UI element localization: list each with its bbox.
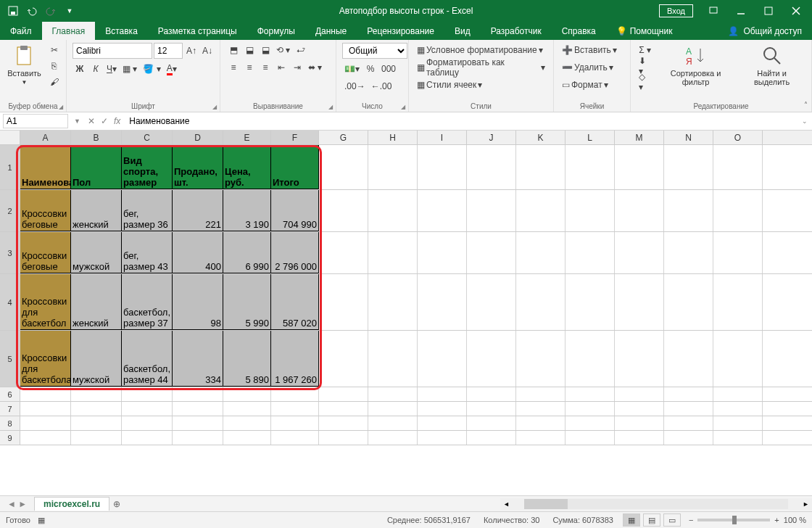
autosum-icon[interactable]: Σ ▾	[637, 43, 653, 57]
cell[interactable]	[566, 331, 615, 387]
cell[interactable]	[368, 431, 418, 445]
fill-icon[interactable]: ⬇ ▾	[637, 59, 653, 73]
cell[interactable]: 6 990	[223, 232, 271, 273]
cell[interactable]	[467, 431, 516, 445]
cell[interactable]	[664, 145, 713, 189]
cell[interactable]: Наименование	[20, 145, 71, 189]
cell[interactable]	[368, 232, 418, 273]
cell[interactable]: 587 020	[271, 274, 319, 330]
fill-color-icon[interactable]: 🪣 ▾	[141, 62, 162, 76]
cell[interactable]	[713, 232, 763, 273]
cell[interactable]	[615, 232, 664, 273]
zoom-slider[interactable]	[697, 519, 770, 521]
cell[interactable]	[368, 387, 418, 401]
zoom-in-icon[interactable]: +	[774, 516, 779, 524]
decrease-decimal-icon[interactable]: ←.00	[369, 79, 394, 94]
cell[interactable]	[516, 232, 566, 273]
cell[interactable]	[615, 416, 664, 430]
cell[interactable]: Пол	[71, 145, 122, 189]
cell[interactable]: Кроссовки для баскетбола	[20, 331, 71, 387]
cell[interactable]: 221	[173, 190, 223, 231]
cell[interactable]	[368, 416, 418, 430]
cell[interactable]	[615, 274, 664, 330]
cell[interactable]	[516, 274, 566, 330]
decrease-indent-icon[interactable]: ⇤	[274, 60, 289, 75]
cell[interactable]	[122, 431, 173, 445]
cell[interactable]: 1 967 260	[271, 331, 319, 387]
align-center-icon[interactable]: ≡	[242, 60, 257, 75]
merge-icon[interactable]: ⬌ ▾	[306, 60, 324, 75]
cell[interactable]	[223, 431, 271, 445]
cell[interactable]	[418, 232, 467, 273]
cell[interactable]	[713, 274, 763, 330]
cell[interactable]	[71, 431, 122, 445]
cell[interactable]	[418, 387, 467, 401]
select-all-corner[interactable]	[0, 131, 20, 144]
italic-button[interactable]: К	[88, 62, 103, 76]
cell[interactable]	[664, 190, 713, 231]
page-layout-view-icon[interactable]: ▤	[643, 513, 660, 527]
login-button[interactable]: Вход	[659, 4, 693, 17]
cell[interactable]: мужской	[71, 331, 122, 387]
cell[interactable]: бег, размер 36	[122, 190, 173, 231]
column-header[interactable]: G	[319, 131, 368, 144]
column-header[interactable]: H	[368, 131, 418, 144]
formula-input[interactable]: Наименование	[125, 116, 798, 126]
cell[interactable]	[418, 431, 467, 445]
cell[interactable]	[418, 274, 467, 330]
share-button[interactable]: 👤Общий доступ	[718, 22, 812, 40]
dialog-launcher-icon[interactable]: ◢	[328, 104, 333, 110]
cell[interactable]: баскетбол, размер 37	[122, 274, 173, 330]
number-format-select[interactable]: Общий	[342, 43, 407, 59]
cell[interactable]	[664, 416, 713, 430]
cell[interactable]	[664, 232, 713, 273]
cell[interactable]	[615, 331, 664, 387]
row-header[interactable]: 6	[0, 387, 20, 401]
cell[interactable]	[20, 387, 71, 401]
cell[interactable]	[368, 190, 418, 231]
cell[interactable]	[713, 190, 763, 231]
column-header[interactable]: K	[516, 131, 566, 144]
dialog-launcher-icon[interactable]: ◢	[212, 104, 217, 110]
bold-button[interactable]: Ж	[72, 62, 87, 76]
cell[interactable]: 5 990	[223, 274, 271, 330]
tab-formulas[interactable]: Формулы	[247, 22, 305, 40]
column-header[interactable]: A	[20, 131, 71, 144]
cell[interactable]	[566, 145, 615, 189]
cell[interactable]	[271, 387, 319, 401]
align-left-icon[interactable]: ≡	[226, 60, 241, 75]
cell[interactable]: Кроссовки беговые	[20, 190, 71, 231]
cell[interactable]	[467, 145, 516, 189]
cell[interactable]	[615, 431, 664, 445]
row-header[interactable]: 5	[0, 331, 20, 387]
row-header[interactable]: 8	[0, 416, 20, 430]
dialog-launcher-icon[interactable]: ◢	[401, 104, 405, 110]
cell[interactable]	[615, 145, 664, 189]
tab-help[interactable]: Справка	[552, 22, 606, 40]
cell[interactable]	[271, 431, 319, 445]
cell[interactable]	[467, 232, 516, 273]
cell[interactable]	[566, 431, 615, 445]
row-header[interactable]: 9	[0, 431, 20, 445]
column-header[interactable]: C	[122, 131, 173, 144]
cell[interactable]	[319, 402, 368, 416]
cell[interactable]	[319, 274, 368, 330]
cell[interactable]	[467, 331, 516, 387]
cell[interactable]	[319, 416, 368, 430]
tab-developer[interactable]: Разработчик	[481, 22, 552, 40]
cell[interactable]	[418, 145, 467, 189]
cell[interactable]	[566, 387, 615, 401]
macro-record-icon[interactable]: ▦	[38, 516, 45, 525]
cell[interactable]	[566, 416, 615, 430]
increase-decimal-icon[interactable]: .00→	[342, 79, 368, 94]
cell[interactable]: 704 990	[271, 190, 319, 231]
cell[interactable]	[319, 145, 368, 189]
row-header[interactable]: 3	[0, 232, 20, 273]
cell[interactable]	[516, 387, 566, 401]
zoom-level[interactable]: 100 %	[784, 516, 806, 524]
cell[interactable]	[516, 402, 566, 416]
tab-home[interactable]: Главная	[42, 22, 96, 40]
tab-data[interactable]: Данные	[305, 22, 357, 40]
cut-icon[interactable]: ✂	[47, 43, 62, 57]
cell[interactable]	[713, 416, 763, 430]
